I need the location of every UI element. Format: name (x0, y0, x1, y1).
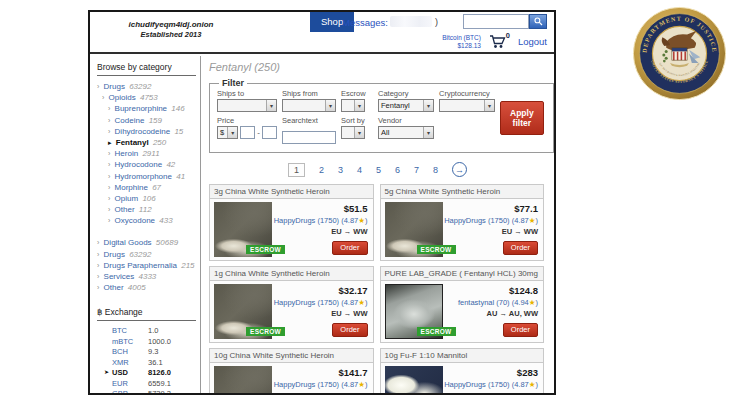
currency-code: GBP (112, 389, 148, 393)
order-button[interactable]: Order (503, 241, 538, 255)
searchtext-input[interactable] (282, 131, 336, 144)
shipping-route: EU → WW (274, 391, 368, 393)
currency-code: EUR (112, 379, 148, 390)
category-item: Oxycodone 433 (97, 215, 196, 226)
category-item: Other 112 (97, 204, 196, 215)
vendor-link[interactable]: fentastynal (70) (4.94★) (458, 298, 538, 307)
page-link[interactable]: 7 (414, 165, 419, 175)
order-button[interactable]: Order (332, 323, 367, 337)
page-link[interactable]: 8 (433, 165, 438, 175)
page-link[interactable]: 1 (288, 163, 305, 177)
next-page-button[interactable]: → (452, 162, 467, 177)
order-button[interactable]: Order (503, 323, 538, 337)
vendor-select[interactable]: All ▾ (378, 126, 434, 139)
section-count: 4005 (128, 283, 146, 292)
category-link[interactable]: Oxycodone (115, 216, 155, 225)
sidebar: Browse by category Drugs 63292 Opioids 4… (90, 56, 201, 393)
site-header: ichudifyeqm4idj.onion Established 2013 S… (90, 12, 554, 54)
price-currency-select[interactable]: $ ▾ (217, 126, 238, 139)
messages-link[interactable]: Messages: 0 (342, 17, 396, 28)
ships-to-select[interactable]: ▾ (217, 99, 277, 112)
sort-by-select[interactable]: ▾ (341, 126, 365, 139)
price-max-input[interactable] (262, 126, 277, 139)
category-link[interactable]: Buprenorphine (115, 104, 167, 113)
category-link[interactable]: Hydromorphone (115, 172, 172, 181)
section-link[interactable]: Drugs (104, 250, 125, 259)
category-link[interactable]: Drugs (104, 82, 125, 91)
product-info: $51.5 HappyDrugs (1750) (4.87★) EU → WW (274, 203, 368, 236)
category-count: 159 (149, 116, 162, 125)
vendor-text: HappyDrugs (1750) (4.87 (274, 380, 359, 389)
cryptocurrency-select[interactable]: ▾ (439, 99, 495, 112)
category-link[interactable]: Other (115, 205, 135, 214)
vendor-text-close: ) (536, 380, 539, 389)
category-count: 15 (174, 127, 183, 136)
ships-from-select[interactable]: ▾ (282, 99, 336, 112)
filter-grid: Ships to ▾ Ships from ▾ Escrow (217, 89, 546, 146)
category-link[interactable]: Fentanyl (116, 138, 149, 147)
logout-link[interactable]: Logout (518, 36, 547, 47)
search-button[interactable] (529, 14, 547, 29)
product-title-link[interactable]: 10g Fu-F 1:10 Mannitol (380, 348, 545, 363)
section-count: 215 (181, 261, 194, 270)
currency-value: 6559.1 (148, 379, 171, 390)
category-link[interactable]: Codeine (115, 116, 145, 125)
section-link[interactable]: Digital Goods (104, 238, 152, 247)
price-min-input[interactable] (240, 126, 255, 139)
product-title-link[interactable]: 5g China White Synthetic Heroin (380, 184, 545, 199)
product-info: $283 HappyDrugs (1750) (4.87★) EU → WW (444, 367, 538, 393)
page-link[interactable]: 3 (338, 165, 343, 175)
category-link[interactable]: Opium (115, 194, 139, 203)
bitcoin-label: Bitcoin (BTC) (442, 34, 481, 42)
currency-value: 5739.2 (148, 389, 171, 393)
product-title-link[interactable]: 1g China White Synthetic Heroin (209, 266, 374, 281)
section-item: Drugs 63292 (97, 249, 196, 260)
order-button[interactable]: Order (332, 241, 367, 255)
redacted-username (390, 16, 432, 27)
ships-to-value (218, 100, 266, 111)
category-count: 67 (152, 183, 161, 192)
category-link[interactable]: Opioids (109, 93, 136, 102)
escrow-select[interactable]: ▾ (341, 99, 365, 112)
vendor-link[interactable]: HappyDrugs (1750) (4.87★) (274, 216, 368, 225)
shipping-route: EU → WW (444, 391, 538, 393)
currency-code: XMR (112, 358, 148, 369)
product-card-body: ESCROW $124.8 fentastynal (70) (4.94★) A… (380, 281, 545, 343)
page-link[interactable]: 4 (357, 165, 362, 175)
product-photo[interactable] (385, 366, 443, 393)
vendor-link[interactable]: HappyDrugs (1750) (4.87★) (444, 380, 538, 389)
category-select[interactable]: Fentanyl ▾ (378, 99, 434, 112)
page-link[interactable]: 2 (319, 165, 324, 175)
currency-value: 1.0 (148, 326, 158, 337)
bitcoin-rate: $128.13 (442, 42, 481, 50)
category-sections: Digital Goods 50689 Drugs 63292 Drugs Pa… (97, 237, 196, 293)
vendor-text: fentastynal (70) (4.94 (458, 298, 529, 307)
section-link[interactable]: Services (104, 272, 135, 281)
price-dash: - (257, 128, 260, 137)
vendor-text: HappyDrugs (1750) (4.87 (444, 380, 529, 389)
exchange-title: ฿ Exchange (97, 306, 196, 321)
page-title: Fentanyl (250) (209, 61, 546, 73)
category-link[interactable]: Heroin (115, 149, 139, 158)
vendor-link[interactable]: HappyDrugs (1750) (4.87★) (274, 298, 368, 307)
cart-button[interactable]: 0 (489, 33, 510, 50)
apply-filter-button[interactable]: Apply filter (500, 101, 544, 135)
product-photo[interactable] (214, 366, 272, 393)
category-link[interactable]: Morphine (115, 183, 148, 192)
currency-code: USD (112, 368, 148, 379)
vendor-link[interactable]: HappyDrugs (1750) (4.87★) (274, 380, 368, 389)
product-title-link[interactable]: PURE LAB_GRADE ( Fentanyl HCL) 30mg (380, 266, 545, 281)
redacted-paren: ) (435, 17, 438, 27)
vendor-link[interactable]: HappyDrugs (1750) (4.87★) (444, 216, 538, 225)
page-link[interactable]: 6 (395, 165, 400, 175)
section-link[interactable]: Drugs Paraphernalia (104, 261, 177, 270)
page-link[interactable]: 5 (376, 165, 381, 175)
category-link[interactable]: Hydrocodone (115, 160, 163, 169)
section-link[interactable]: Other (104, 283, 124, 292)
product-title-link[interactable]: 3g China White Synthetic Heroin (209, 184, 374, 199)
category-link[interactable]: Dihydrocodeine (115, 127, 171, 136)
product-info: $32.17 HappyDrugs (1750) (4.87★) EU → WW (274, 285, 368, 318)
search-input[interactable] (463, 14, 529, 29)
product-title-link[interactable]: 10g China White Synthetic Heroin (209, 348, 374, 363)
product-card-body: ESCROW $283 HappyDrugs (1750) (4.87★) EU… (380, 363, 545, 393)
